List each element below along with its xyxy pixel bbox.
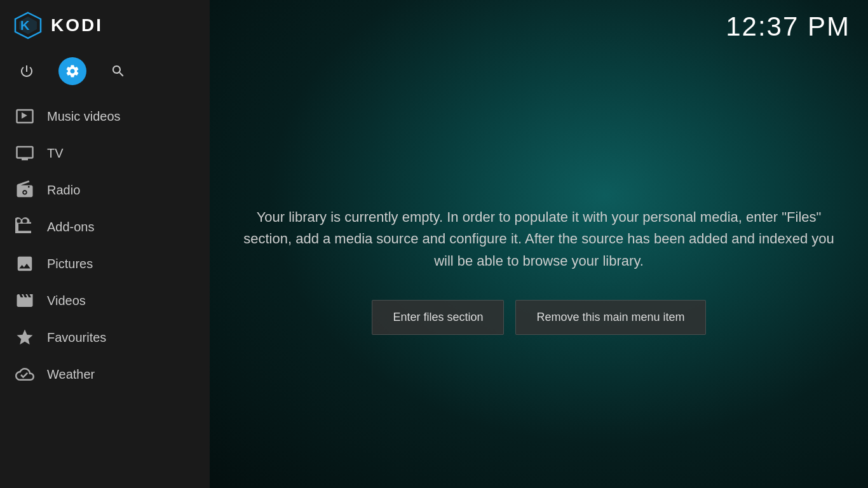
pictures-icon (15, 254, 34, 273)
top-bar: 12:37 PM (210, 0, 868, 53)
sidebar-icon-bar (0, 51, 210, 95)
kodi-logo: K (13, 10, 43, 41)
content-area: Your library is currently empty. In orde… (210, 53, 868, 488)
sidebar-item-tv[interactable]: TV (0, 135, 210, 172)
sidebar-nav: Music videos TV Radio A (0, 95, 210, 488)
library-empty-message: Your library is currently empty. In orde… (235, 207, 843, 271)
main-content: 12:37 PM Your library is currently empty… (210, 0, 868, 488)
power-button[interactable] (13, 57, 41, 85)
svg-text:K: K (20, 18, 30, 32)
clock-display: 12:37 PM (726, 11, 850, 42)
pictures-label: Pictures (47, 257, 93, 271)
sidebar-item-videos[interactable]: Videos (0, 282, 210, 319)
addons-icon (15, 217, 34, 236)
action-buttons: Enter files section Remove this main men… (372, 300, 705, 335)
add-ons-label: Add-ons (47, 220, 95, 234)
music-videos-label: Music videos (47, 109, 121, 124)
music-video-icon (15, 107, 34, 126)
videos-icon (15, 291, 34, 310)
settings-button[interactable] (58, 57, 86, 85)
sidebar-item-radio[interactable]: Radio (0, 172, 210, 208)
favourites-icon (15, 328, 34, 347)
sidebar-item-favourites[interactable]: Favourites (0, 319, 210, 356)
app-title: KODI (51, 15, 103, 36)
remove-menu-item-button[interactable]: Remove this main menu item (515, 300, 705, 335)
enter-files-button[interactable]: Enter files section (372, 300, 504, 335)
sidebar-item-pictures[interactable]: Pictures (0, 245, 210, 282)
tv-label: TV (47, 146, 64, 161)
radio-label: Radio (47, 183, 80, 198)
radio-icon (15, 180, 34, 200)
search-button[interactable] (104, 57, 132, 85)
sidebar: K KODI (0, 0, 210, 488)
sidebar-item-music-videos[interactable]: Music videos (0, 98, 210, 135)
weather-label: Weather (47, 367, 95, 382)
favourites-label: Favourites (47, 330, 106, 345)
tv-icon (15, 144, 34, 163)
videos-label: Videos (47, 294, 86, 308)
sidebar-item-add-ons[interactable]: Add-ons (0, 208, 210, 245)
weather-icon (15, 365, 34, 384)
sidebar-header: K KODI (0, 0, 210, 51)
sidebar-item-weather[interactable]: Weather (0, 356, 210, 393)
